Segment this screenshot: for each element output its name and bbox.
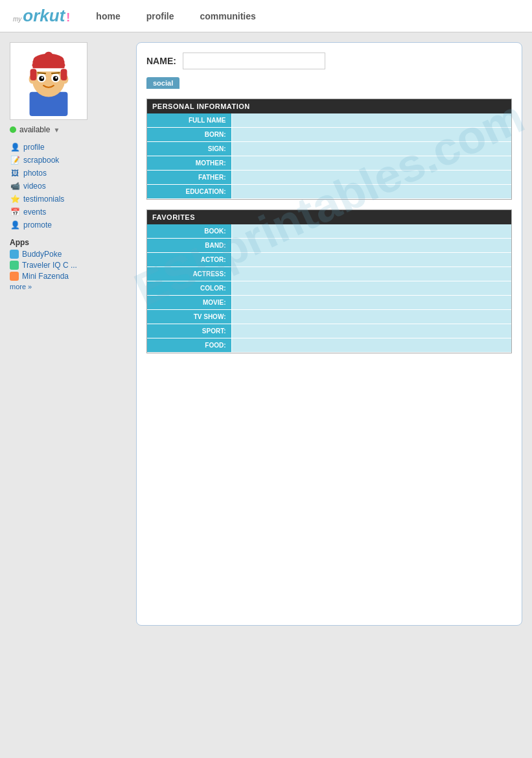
field-label-book: BOOK:	[147, 224, 231, 239]
field-value-tvshow	[231, 310, 511, 324]
nav-communities[interactable]: communities	[200, 11, 255, 21]
field-label-tvshow: TV SHOW:	[147, 310, 231, 324]
field-value-book	[231, 224, 511, 239]
table-row: TV SHOW:	[147, 310, 511, 324]
photos-icon: 🖼	[10, 168, 20, 178]
favorites-section: FAVORITES BOOK: BAND: ACTOR:	[146, 209, 512, 353]
field-value-actress	[231, 267, 511, 281]
svg-rect-19	[61, 69, 67, 80]
field-value-father	[231, 171, 511, 185]
promote-icon: 👤	[10, 220, 20, 230]
favorites-table: BOOK: BAND: ACTOR: ACTRESS:	[147, 224, 511, 353]
field-label-sign: SIGN:	[147, 142, 231, 156]
svg-rect-18	[30, 69, 37, 80]
field-value-color	[231, 281, 511, 296]
field-label-color: COLOR:	[147, 281, 231, 296]
app-buddypoke-label: BuddyPoke	[22, 250, 62, 259]
logo-exclaim: !	[66, 11, 70, 25]
sidebar-item-testimonials[interactable]: ⭐ testimonials	[10, 194, 130, 204]
table-row: SIGN:	[147, 142, 511, 156]
more-apps-link[interactable]: more »	[10, 283, 130, 290]
events-icon: 📅	[10, 207, 20, 217]
status-dot	[10, 126, 16, 133]
table-row: ACTOR:	[147, 253, 511, 267]
table-row: FATHER:	[147, 171, 511, 185]
svg-rect-6	[32, 68, 65, 71]
sidebar: available ▼ 👤 profile 📝 scrapbook 🖼 phot…	[10, 42, 130, 626]
field-label-fullname: FULL NAME	[147, 113, 231, 128]
svg-line-15	[52, 73, 60, 73]
personal-info-section: PERSONAL INFORMATION FULL NAME BORN: SIG…	[146, 99, 512, 200]
videos-icon: 📹	[10, 181, 20, 191]
field-value-fullname	[231, 113, 511, 128]
field-label-sport: SPORT:	[147, 324, 231, 338]
main-wrapper: available ▼ 👤 profile 📝 scrapbook 🖼 phot…	[0, 32, 532, 635]
table-row: ACTRESS:	[147, 267, 511, 281]
field-value-born	[231, 128, 511, 142]
minifazenda-icon	[10, 272, 19, 281]
sidebar-item-scrapbook[interactable]: 📝 scrapbook	[10, 155, 130, 165]
sidebar-item-promote-label: promote	[23, 220, 52, 230]
table-row: MOTHER:	[147, 156, 511, 171]
field-value-sport	[231, 324, 511, 338]
sidebar-item-videos[interactable]: 📹 videos	[10, 181, 130, 191]
sidebar-item-promote[interactable]: 👤 promote	[10, 220, 130, 230]
table-row: BAND:	[147, 239, 511, 253]
svg-point-12	[41, 77, 43, 79]
app-minifazenda[interactable]: Mini Fazenda	[10, 272, 130, 281]
scrapbook-icon: 📝	[10, 155, 20, 165]
sidebar-item-testimonials-label: testimonials	[23, 195, 64, 204]
status-row: available ▼	[10, 125, 130, 134]
topbar: my orkut ! home profile communities	[0, 0, 532, 32]
table-row: SPORT:	[147, 324, 511, 338]
avatar	[10, 42, 87, 120]
logo-my: my	[13, 16, 21, 23]
logo: my orkut !	[13, 6, 70, 26]
testimonials-icon: ⭐	[10, 194, 20, 204]
profile-icon: 👤	[10, 142, 20, 152]
apps-title: Apps	[10, 238, 130, 247]
table-row: EDUCATION:	[147, 185, 511, 199]
status-arrow-icon[interactable]: ▼	[53, 126, 60, 134]
field-value-education	[231, 185, 511, 199]
buddypoke-icon	[10, 250, 19, 259]
table-row: MOVIE:	[147, 296, 511, 310]
sidebar-item-scrapbook-label: scrapbook	[23, 156, 59, 165]
status-text: available	[19, 125, 50, 134]
sidebar-item-videos-label: videos	[23, 182, 46, 191]
field-label-father: FATHER:	[147, 171, 231, 185]
svg-line-14	[38, 73, 45, 73]
sidebar-item-photos[interactable]: 🖼 photos	[10, 168, 130, 178]
app-traveler[interactable]: Traveler IQ C ...	[10, 261, 130, 270]
nav-profile[interactable]: profile	[146, 11, 174, 21]
field-label-actor: ACTOR:	[147, 253, 231, 267]
name-label: NAME:	[146, 56, 176, 66]
table-row: FOOD:	[147, 338, 511, 353]
sidebar-item-events[interactable]: 📅 events	[10, 207, 130, 217]
personal-info-header: PERSONAL INFORMATION	[147, 99, 511, 113]
svg-point-7	[44, 52, 53, 61]
avatar-image	[14, 45, 84, 117]
sidebar-nav: 👤 profile 📝 scrapbook 🖼 photos 📹 videos …	[10, 142, 130, 230]
app-buddypoke[interactable]: BuddyPoke	[10, 250, 130, 259]
nav-home[interactable]: home	[96, 11, 120, 21]
content-area: ESLprintables.com NAME: social PERSONAL …	[136, 42, 522, 626]
field-label-food: FOOD:	[147, 338, 231, 353]
field-value-band	[231, 239, 511, 253]
traveler-icon	[10, 261, 19, 270]
app-traveler-label: Traveler IQ C ...	[22, 261, 77, 270]
sidebar-item-profile[interactable]: 👤 profile	[10, 142, 130, 152]
table-row: BOOK:	[147, 224, 511, 239]
name-input[interactable]	[183, 53, 325, 69]
field-value-sign	[231, 142, 511, 156]
sidebar-item-photos-label: photos	[23, 169, 47, 178]
content-wrapper: ESLprintables.com NAME: social PERSONAL …	[146, 53, 512, 353]
field-label-born: BORN:	[147, 128, 231, 142]
field-value-food	[231, 338, 511, 353]
table-row: BORN:	[147, 128, 511, 142]
personal-info-table: FULL NAME BORN: SIGN: MOTHER:	[147, 113, 511, 199]
field-value-actor	[231, 253, 511, 267]
social-tab[interactable]: social	[146, 77, 179, 89]
name-row: NAME:	[146, 53, 512, 69]
sidebar-item-profile-label: profile	[23, 143, 45, 152]
